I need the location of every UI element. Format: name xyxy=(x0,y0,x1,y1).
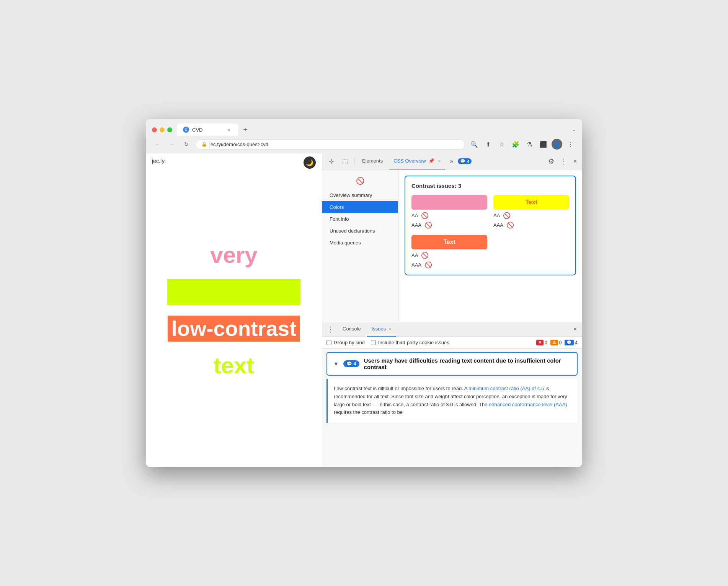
info-count-badge: 💬 4 xyxy=(565,340,578,345)
contrast-aaa-row-yellow: AAA 🚫 xyxy=(493,221,569,229)
issue-badge-icon: 💬 xyxy=(346,361,352,366)
devtools-close-button[interactable]: × xyxy=(571,158,579,165)
warning-count-badge: ⚠ 0 xyxy=(550,340,562,345)
contrast-button-pink[interactable]: Text xyxy=(411,195,487,210)
css-sidebar-no-icon: 🚫 xyxy=(355,176,366,186)
error-count-badge: ✕ 0 xyxy=(536,340,547,345)
issue-badge-count: 4 xyxy=(354,361,356,366)
contrast-button-yellow[interactable]: Text xyxy=(493,195,569,210)
contrast-aaa-row-pink: AAA 🚫 xyxy=(411,221,487,229)
device-mode-button[interactable]: ⬚ xyxy=(339,155,351,168)
include-third-party-label[interactable]: Include third-party cookie issues xyxy=(371,340,449,345)
issue-card-header[interactable]: ▼ 💬 4 Users may have difficulties readin… xyxy=(326,352,578,376)
share-button[interactable]: ⬆ xyxy=(483,139,493,150)
demo-text-very: very xyxy=(210,242,257,268)
devtools-toolbar: ⊹ ⬚ Elements CSS Overview 📌 × » 💬 4 ⚙ ⋮ xyxy=(322,153,582,169)
contrast-issues-title: Contrast issues: 3 xyxy=(411,182,569,189)
sidebar-item-colors[interactable]: Colors xyxy=(322,201,398,213)
demo-text-lowcontrast: low-contrast xyxy=(168,316,300,342)
tab-issues[interactable]: Issues × xyxy=(367,322,396,337)
issue-body: Low-contrast text is difficult or imposs… xyxy=(326,379,578,423)
close-traffic-light[interactable] xyxy=(152,127,157,132)
aa-fail-icon-yellow: 🚫 xyxy=(503,212,511,219)
aaa-fail-icon-orange: 🚫 xyxy=(424,261,432,269)
tab-chevron-icon[interactable]: ⌄ xyxy=(572,127,576,132)
issues-filter-toolbar: Group by kind Include third-party cookie… xyxy=(322,337,582,349)
tab-css-overview[interactable]: CSS Overview 📌 × xyxy=(389,153,445,169)
tab-console[interactable]: Console xyxy=(338,322,366,337)
address-bar: ← → ↻ 🔒 jec.fyi/demo/cds-quest-cvd 🔍 ⬆ ☆… xyxy=(146,136,582,153)
site-label: jec.fyi xyxy=(152,158,166,164)
tab-elements[interactable]: Elements xyxy=(357,153,387,169)
group-by-kind-checkbox[interactable] xyxy=(326,340,331,345)
browser-tab-cvd[interactable]: C CVD × xyxy=(177,124,238,136)
webpage-area: jec.fyi 🌙 very inaccessible low-contrast… xyxy=(146,153,322,467)
issues-counts: ✕ 0 ⚠ 0 💬 4 xyxy=(536,340,578,345)
contrast-grid: Text AA 🚫 AAA 🚫 xyxy=(411,195,569,269)
css-overview-pin-icon: 📌 xyxy=(428,158,434,164)
maximize-traffic-light[interactable] xyxy=(167,127,172,132)
more-tabs-button[interactable]: » xyxy=(447,158,456,165)
css-overview-close-button[interactable]: × xyxy=(438,159,441,163)
forward-button[interactable]: → xyxy=(166,139,177,150)
refresh-button[interactable]: ↻ xyxy=(181,139,192,150)
contrast-item-yellow: Text AA 🚫 AAA 🚫 xyxy=(493,195,569,229)
warning-badge-icon: ⚠ xyxy=(550,340,558,345)
extensions-button[interactable]: 🧩 xyxy=(510,139,521,150)
new-tab-button[interactable]: + xyxy=(240,124,251,135)
issue-title: Users may have difficulties reading text… xyxy=(364,357,571,370)
minimize-traffic-light[interactable] xyxy=(160,127,165,132)
split-view-button[interactable]: ⬛ xyxy=(538,139,548,150)
tab-close-button[interactable]: × xyxy=(226,127,232,133)
group-by-kind-label[interactable]: Group by kind xyxy=(326,340,365,345)
labs-button[interactable]: ⚗ xyxy=(524,139,535,150)
devtools-more-button[interactable]: ⋮ xyxy=(558,157,570,166)
devtools-settings-button[interactable]: ⚙ xyxy=(546,157,557,166)
sidebar-item-unused-declarations[interactable]: Unused declarations xyxy=(322,225,398,237)
sidebar-item-overview-summary[interactable]: Overview summary xyxy=(322,189,398,201)
toolbar-separator xyxy=(354,158,354,165)
address-text: jec.fyi/demo/cds-quest-cvd xyxy=(209,142,268,147)
devtools-panel: ⊹ ⬚ Elements CSS Overview 📌 × » 💬 4 ⚙ ⋮ xyxy=(322,153,582,467)
issues-tab-close[interactable]: × xyxy=(389,327,391,331)
menu-button[interactable]: ⋮ xyxy=(565,139,576,150)
demo-text-text: text xyxy=(214,352,255,379)
contrast-item-pink: Text AA 🚫 AAA 🚫 xyxy=(411,195,487,229)
tab-bar: C CVD × + ⌄ xyxy=(177,124,576,136)
contrast-button-orange[interactable]: Text xyxy=(411,235,487,249)
issue-expand-chevron[interactable]: ▼ xyxy=(333,361,339,367)
css-overview-sidebar: 🚫 Overview summary Colors Font info Unus… xyxy=(322,169,398,322)
aa-fail-icon-pink: 🚫 xyxy=(421,212,429,219)
bookmark-button[interactable]: ☆ xyxy=(496,139,507,150)
bottom-panel-close[interactable]: × xyxy=(571,326,579,333)
back-button[interactable]: ← xyxy=(152,139,163,150)
tab-favicon: C xyxy=(183,127,189,133)
aa-contrast-link[interactable]: minimum contrast ratio (AA) of 4.5 xyxy=(468,386,544,391)
address-actions: 🔍 ⬆ ☆ 🧩 ⚗ ⬛ 👤 ⋮ xyxy=(469,139,576,150)
sidebar-item-font-info[interactable]: Font info xyxy=(322,213,398,225)
profile-button[interactable]: 👤 xyxy=(552,139,562,150)
traffic-lights xyxy=(152,127,172,132)
sidebar-item-media-queries[interactable]: Media queries xyxy=(322,237,398,249)
aaa-contrast-link[interactable]: enhanced conformance level (AAA) xyxy=(489,402,567,407)
issues-list: ▼ 💬 4 Users may have difficulties readin… xyxy=(322,349,582,467)
address-input[interactable]: 🔒 jec.fyi/demo/cds-quest-cvd xyxy=(196,139,465,150)
inspect-element-button[interactable]: ⊹ xyxy=(325,155,337,168)
bottom-toolbar: ⋮ Console Issues × × xyxy=(322,322,582,337)
info-badge-icon: 💬 xyxy=(565,340,574,345)
tab-title: CVD xyxy=(192,127,202,133)
aaa-fail-icon-pink: 🚫 xyxy=(424,221,432,229)
bottom-more-button[interactable]: ⋮ xyxy=(325,325,336,334)
contrast-item-orange: Text AA 🚫 AAA 🚫 xyxy=(411,235,487,269)
css-overview-main: Contrast issues: 3 Text AA 🚫 xyxy=(398,169,582,322)
contrast-aaa-row-orange: AAA 🚫 xyxy=(411,261,487,269)
dark-mode-button[interactable]: 🌙 xyxy=(304,156,316,169)
title-bar-top: C CVD × + ⌄ xyxy=(152,124,576,136)
bottom-panel: ⋮ Console Issues × × Group by kind xyxy=(322,322,582,467)
aaa-fail-icon-yellow: 🚫 xyxy=(506,221,514,229)
contrast-issues-panel: Contrast issues: 3 Text AA 🚫 xyxy=(405,176,576,275)
include-third-party-checkbox[interactable] xyxy=(371,340,376,345)
aa-fail-icon-orange: 🚫 xyxy=(421,252,429,259)
issues-badge[interactable]: 💬 4 xyxy=(458,158,472,164)
search-button[interactable]: 🔍 xyxy=(469,139,480,150)
